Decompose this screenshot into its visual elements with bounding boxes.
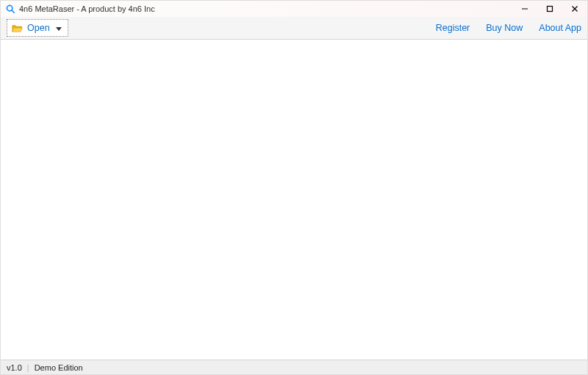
- dropdown-caret-icon: [56, 23, 62, 33]
- window-controls: [512, 1, 587, 17]
- version-label: v1.0: [7, 363, 22, 372]
- open-button[interactable]: Open: [7, 19, 68, 37]
- about-app-link[interactable]: About App: [539, 23, 581, 33]
- status-separator: |: [27, 363, 29, 372]
- open-button-label: Open: [27, 23, 50, 33]
- svg-line-1: [12, 10, 14, 12]
- edition-label: Demo Edition: [35, 363, 83, 372]
- window-title: 4n6 MetaRaser - A product by 4n6 Inc: [19, 4, 512, 13]
- minimize-button[interactable]: [512, 1, 537, 17]
- register-link[interactable]: Register: [436, 23, 470, 33]
- statusbar: v1.0 | Demo Edition: [1, 360, 587, 374]
- folder-open-icon: [12, 24, 24, 33]
- main-content: [1, 40, 587, 360]
- app-icon: [5, 4, 15, 14]
- close-button[interactable]: [562, 1, 587, 17]
- titlebar: 4n6 MetaRaser - A product by 4n6 Inc: [1, 1, 587, 17]
- toolbar: Open Register Buy Now About App: [1, 17, 587, 40]
- svg-rect-3: [548, 7, 553, 12]
- maximize-button[interactable]: [537, 1, 562, 17]
- buy-now-link[interactable]: Buy Now: [486, 23, 523, 33]
